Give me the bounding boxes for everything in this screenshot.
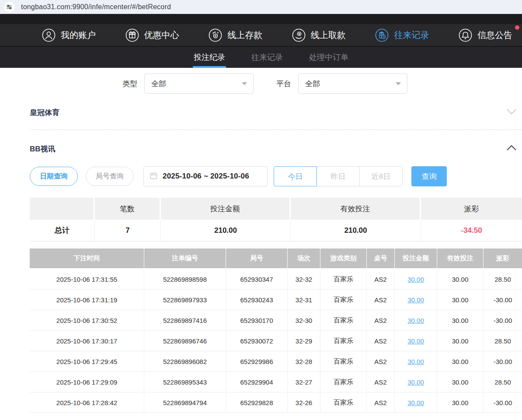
chevron-up-icon[interactable] <box>506 145 517 153</box>
valid-bet-cell: 30.00 <box>437 269 484 290</box>
bet-table-header-row: 下注时间注单编号局号场次游戏类别桌号投注金额有效投注派彩 <box>30 248 522 268</box>
page-content: 类型 全部 平台 全部 皇冠体育 BB视讯 日期查询 <box>0 74 522 413</box>
bet-id-cell: 522869895343 <box>144 372 226 392</box>
search-button[interactable]: 查询 <box>411 166 447 186</box>
summary-table: 笔数 投注金额 有效投注 派彩 总计 7 210.00 210.00 -34.5… <box>30 198 522 242</box>
bet-time-cell: 2025-10-06 17:28:42 <box>30 392 144 413</box>
summary-total-label: 总计 <box>30 220 95 242</box>
bet-table-body: 2025-10-06 17:31:55522869898598652930347… <box>30 269 522 413</box>
platform-filter-group: 平台 全部 <box>276 74 407 94</box>
bet-amount-link[interactable]: 30.00 <box>407 296 424 304</box>
table-no-cell: AS2 <box>367 269 395 290</box>
bet-id-cell: 522869897933 <box>144 290 226 310</box>
payout-cell: 28.50 <box>484 372 522 392</box>
bet-amount-link[interactable]: 30.00 <box>407 337 424 345</box>
main-nav: 我的账户 优惠中心 线上存款 <box>0 24 522 46</box>
summary-count-value: 7 <box>95 220 161 242</box>
session-cell: 32-30 <box>288 310 320 331</box>
tab-transaction-record[interactable]: 往来记录 <box>251 47 284 68</box>
valid-bet-cell: 30.00 <box>437 331 484 351</box>
date-query-button[interactable]: 日期查询 <box>30 167 78 186</box>
nav-item-withdraw[interactable]: 线上取款 <box>292 28 346 42</box>
session-cell: 32-28 <box>288 351 320 372</box>
nav-item-promotions[interactable]: 优惠中心 <box>125 28 179 42</box>
bet-id-cell: 522869894794 <box>144 392 226 413</box>
bet-id-cell: 522869897416 <box>144 310 226 331</box>
payout-cell: 28.50 <box>484 331 522 351</box>
bet-amount-cell: 30.00 <box>395 351 437 372</box>
section-bb-video[interactable]: BB视讯 <box>30 144 522 154</box>
bet-records-table: 下注时间注单编号局号场次游戏类别桌号投注金额有效投注派彩 2025-10-06 … <box>30 248 522 413</box>
nav-item-records[interactable]: 往来记录 <box>375 28 429 42</box>
notification-badge-dot <box>515 25 519 30</box>
nav-item-announcements[interactable]: 信息公告 <box>459 28 512 42</box>
bet-id-cell: 522869896082 <box>144 351 226 372</box>
round-no-cell: 652930170 <box>226 310 288 331</box>
table-row: 2025-10-06 17:29:45522869896082652929986… <box>30 351 522 372</box>
bet-time-cell: 2025-10-06 17:30:17 <box>30 331 144 351</box>
bet-amount-link[interactable]: 30.00 <box>407 317 424 324</box>
bet-amount-link[interactable]: 30.00 <box>407 276 424 283</box>
session-cell: 32-31 <box>288 290 320 310</box>
filter-row: 类型 全部 平台 全部 <box>122 74 522 94</box>
payout-cell: -30.00 <box>484 392 522 413</box>
site-settings-icon[interactable] <box>4 2 14 12</box>
chevron-down-icon <box>242 82 247 85</box>
summary-header-blank <box>30 198 95 220</box>
game-type-cell: 百家乐 <box>320 392 367 413</box>
bet-amount-cell: 30.00 <box>395 310 437 331</box>
payout-cell: 28.50 <box>484 269 522 290</box>
nav-item-my-account[interactable]: 我的账户 <box>42 28 96 42</box>
summary-header-row: 笔数 投注金额 有效投注 派彩 <box>30 198 522 220</box>
col-header-payout: 派彩 <box>484 248 522 268</box>
tab-processing-orders[interactable]: 处理中订单 <box>308 47 349 68</box>
table-no-cell: AS2 <box>367 310 395 331</box>
game-type-cell: 百家乐 <box>320 351 367 372</box>
today-button[interactable]: 今日 <box>274 166 317 186</box>
bet-amount-link[interactable]: 30.00 <box>407 399 424 406</box>
col-header-table-no: 桌号 <box>367 248 395 268</box>
last-8-days-button[interactable]: 近8日 <box>359 166 403 186</box>
bet-id-cell: 522869896746 <box>144 331 226 351</box>
session-cell: 32-26 <box>288 392 320 413</box>
table-no-cell: AS2 <box>367 372 395 392</box>
session-cell: 32-32 <box>288 269 320 290</box>
section-crown-sports[interactable]: 皇冠体育 <box>30 108 522 118</box>
date-range-picker[interactable]: 2025-10-06 ~ 2025-10-06 <box>143 166 268 186</box>
round-no-cell: 652929904 <box>226 372 288 392</box>
bet-amount-cell: 30.00 <box>395 269 437 290</box>
game-type-cell: 百家乐 <box>320 372 367 392</box>
bet-amount-link[interactable]: 30.00 <box>407 358 424 365</box>
platform-select[interactable]: 全部 <box>298 74 407 94</box>
type-select-value: 全部 <box>151 79 166 89</box>
records-icon <box>375 28 389 42</box>
tab-bet-record[interactable]: 投注纪录 <box>193 47 226 68</box>
date-range-value: 2025-10-06 ~ 2025-10-06 <box>163 172 249 181</box>
col-header-bet-amount: 投注金额 <box>395 248 437 268</box>
platform-select-value: 全部 <box>305 79 320 89</box>
bell-icon <box>459 28 472 42</box>
payout-cell: -30.00 <box>484 290 522 310</box>
summary-payout-value: -34.50 <box>421 220 522 242</box>
table-no-cell: AS2 <box>367 392 395 413</box>
nav-item-deposit[interactable]: 线上存款 <box>209 28 262 42</box>
summary-total-row: 总计 7 210.00 210.00 -34.50 <box>30 220 522 242</box>
bet-time-cell: 2025-10-06 17:29:45 <box>30 351 144 372</box>
calendar-icon <box>150 172 158 182</box>
browser-address-bar: tongbao31.com:9900/infe/mcenter/#/betRec… <box>0 0 522 14</box>
record-tab-bar: 投注纪录 往来记录 处理中订单 <box>0 46 522 68</box>
bet-amount-cell: 30.00 <box>395 392 437 413</box>
yesterday-button[interactable]: 昨日 <box>317 166 360 186</box>
round-query-button[interactable]: 局号查询 <box>86 167 134 186</box>
withdraw-icon <box>292 28 306 42</box>
bet-amount-link[interactable]: 30.00 <box>407 378 424 386</box>
chevron-down-icon[interactable] <box>506 108 517 117</box>
type-select[interactable]: 全部 <box>144 74 254 94</box>
user-icon <box>42 28 56 42</box>
payout-cell: -30.00 <box>484 351 522 372</box>
deposit-icon <box>209 28 222 42</box>
header-top-strip <box>0 14 522 24</box>
valid-bet-cell: 30.00 <box>437 351 484 372</box>
nav-label: 线上存款 <box>227 29 262 41</box>
url-text[interactable]: tongbao31.com:9900/infe/mcenter/#/betRec… <box>21 3 171 11</box>
